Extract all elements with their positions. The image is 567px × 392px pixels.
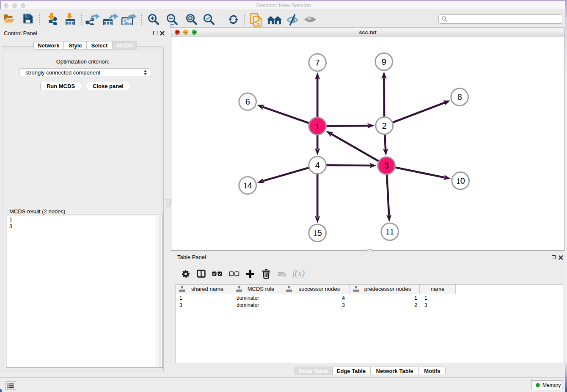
svg-text:14: 14 xyxy=(243,181,252,190)
svg-text:9: 9 xyxy=(382,57,386,66)
svg-text:4: 4 xyxy=(315,160,320,170)
svg-text:6: 6 xyxy=(245,97,250,106)
svg-text:7: 7 xyxy=(315,58,320,67)
svg-text:11: 11 xyxy=(385,227,394,236)
svg-text:8: 8 xyxy=(457,92,462,102)
svg-text:3: 3 xyxy=(384,161,389,170)
svg-text:1: 1 xyxy=(315,121,319,131)
svg-text:15: 15 xyxy=(313,228,322,237)
svg-text:2: 2 xyxy=(382,121,387,130)
svg-text:10: 10 xyxy=(456,176,465,185)
